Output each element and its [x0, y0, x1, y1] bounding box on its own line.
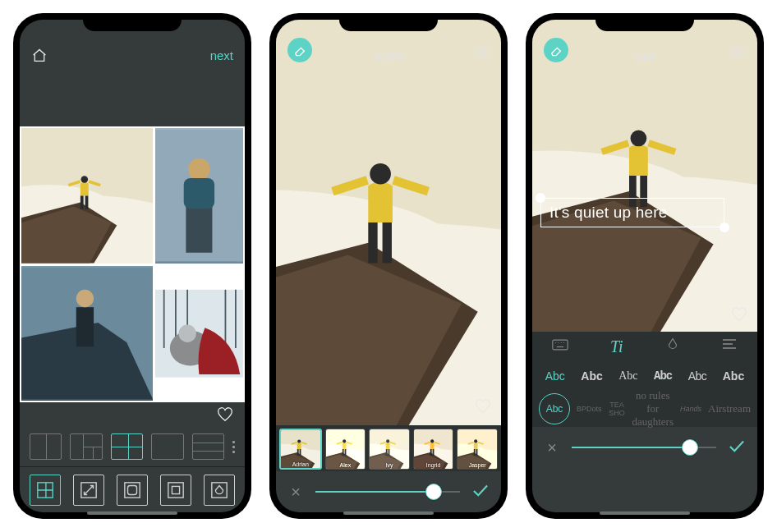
filter-thumb-5[interactable]: Jasper [457, 429, 498, 470]
resize-tool[interactable] [73, 475, 104, 506]
font-name-1[interactable]: BPDots [577, 405, 602, 413]
svg-rect-33 [733, 47, 737, 57]
layout-asym[interactable] [70, 433, 102, 460]
collage-cell-2[interactable] [155, 128, 243, 264]
collage-cell-1[interactable] [21, 128, 153, 264]
filter-thumb-2[interactable]: Alex [325, 429, 366, 470]
home-icon[interactable] [31, 48, 48, 62]
heart-icon[interactable] [731, 307, 747, 325]
notch [83, 13, 182, 31]
resize-handle-tl[interactable] [536, 193, 545, 203]
screen-title: subtle [373, 49, 403, 62]
photo-canvas[interactable]: subtle [276, 20, 501, 425]
color-tab[interactable] [656, 337, 689, 355]
align-tab[interactable] [713, 337, 746, 355]
svg-point-21 [179, 324, 196, 342]
font-tab[interactable]: Ti [600, 337, 633, 356]
more-layouts-icon[interactable] [232, 441, 235, 453]
collage-cell-4[interactable] [155, 266, 243, 401]
font-sample-2[interactable]: Abc [581, 369, 602, 383]
layout-single[interactable] [151, 433, 183, 460]
resize-handle-br[interactable] [720, 222, 729, 232]
check-icon[interactable] [728, 438, 746, 456]
font-sample-1[interactable]: Abc [545, 369, 565, 383]
filter-thumb-4[interactable]: Ingrid [413, 429, 454, 470]
spacing-tool[interactable] [160, 475, 191, 506]
svg-rect-29 [172, 486, 179, 493]
eraser-icon[interactable] [544, 38, 568, 62]
svg-rect-10 [184, 178, 214, 209]
phone-mockup-2: subtle Adrian Alex Ivy Ingrid Jasper × [269, 13, 508, 519]
collage-tool[interactable] [30, 475, 61, 506]
layout-2col[interactable] [30, 433, 62, 460]
home-indicator [87, 511, 177, 515]
font-name-3[interactable]: no rules for daughters [632, 389, 674, 429]
check-icon[interactable] [471, 483, 490, 501]
next-button[interactable]: next [210, 48, 233, 62]
close-icon[interactable]: × [287, 483, 304, 502]
phone-mockup-3: type It's quiet up here Ti Abc Abc Abc A… [526, 13, 764, 519]
background-tool[interactable] [204, 475, 235, 506]
font-sample-4[interactable]: Abc [654, 369, 672, 383]
font-selected-chip[interactable]: Abc [539, 393, 570, 424]
eraser-icon[interactable] [287, 38, 312, 62]
close-icon[interactable]: × [544, 438, 560, 457]
heart-icon[interactable] [217, 407, 233, 425]
filter-thumbnails: Adrian Alex Ivy Ingrid Jasper [276, 425, 501, 471]
home-indicator [343, 511, 434, 515]
svg-rect-12 [76, 307, 94, 346]
font-family-row: Abc BPDots TEA SHO no rules for daughter… [532, 391, 757, 427]
intensity-slider[interactable] [572, 447, 716, 448]
text-overlay[interactable]: It's quiet up here [540, 198, 724, 227]
compare-icon[interactable] [475, 44, 490, 62]
text-tool-tabs: Ti [532, 332, 757, 361]
font-sample-3[interactable]: Abc [618, 369, 637, 383]
heart-icon[interactable] [475, 399, 491, 417]
font-sample-6[interactable]: Abc [723, 369, 744, 383]
svg-rect-32 [484, 47, 488, 57]
keyboard-tab[interactable] [544, 337, 577, 355]
font-name-2[interactable]: TEA SHO [609, 401, 626, 417]
bottom-toolbar [20, 466, 245, 512]
layout-picker [20, 430, 245, 463]
svg-rect-35 [553, 340, 568, 350]
collage-canvas[interactable] [20, 126, 245, 402]
filter-thumb-3[interactable]: Ivy [369, 429, 410, 470]
svg-rect-34 [740, 47, 744, 57]
layout-grid[interactable] [111, 433, 143, 460]
notch [595, 13, 694, 31]
screen-title: type [634, 49, 655, 62]
home-indicator [600, 511, 690, 515]
font-name-4[interactable]: Hands [680, 405, 701, 413]
border-tool[interactable] [117, 475, 148, 506]
overlay-text: It's quiet up here [549, 204, 667, 221]
notch [339, 13, 438, 31]
svg-point-9 [188, 158, 210, 181]
svg-rect-26 [125, 482, 140, 497]
svg-rect-28 [168, 482, 183, 497]
font-name-5[interactable]: Airstream [708, 402, 751, 415]
phone-mockup-1: next [13, 13, 251, 519]
compare-icon[interactable] [731, 44, 746, 62]
svg-point-13 [76, 289, 94, 306]
layout-3row[interactable] [192, 433, 224, 460]
font-style-row: Abc Abc Abc Abc Abc Abc [532, 361, 757, 391]
intensity-slider[interactable] [315, 491, 460, 493]
filter-thumb-1[interactable]: Adrian [279, 429, 322, 470]
font-sample-5[interactable]: Abc [688, 369, 707, 383]
photo-canvas[interactable]: type It's quiet up here [532, 20, 757, 332]
collage-cell-3[interactable] [21, 266, 153, 401]
svg-rect-31 [476, 47, 480, 57]
svg-rect-27 [128, 485, 137, 494]
